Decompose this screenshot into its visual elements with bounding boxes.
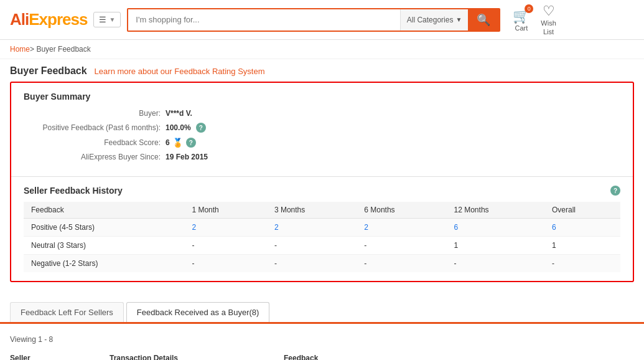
logo[interactable]: AliExpress — [10, 10, 87, 29]
feedback-row-label: Neutral (3 Stars) — [24, 237, 184, 255]
wishlist-button[interactable]: ♡ WishList — [541, 3, 556, 36]
viewing-text: Viewing 1 - 8 — [10, 335, 634, 344]
logo-text: AliExpress — [10, 10, 87, 29]
col-transaction: Transaction Details — [110, 349, 284, 360]
feedback-row-value: 2 — [184, 219, 267, 237]
feedback-table: Feedback 1 Month 3 Months 6 Months 12 Mo… — [24, 202, 620, 272]
table-header-row: Feedback 1 Month 3 Months 6 Months 12 Mo… — [24, 202, 620, 219]
chevron-down-icon: ▼ — [109, 16, 115, 23]
feedback-row-value: - — [184, 255, 267, 273]
feedback-row-value: 1 — [447, 237, 544, 255]
list-table: Seller Transaction Details Feedback — [10, 349, 634, 360]
menu-icon: ☰ — [99, 15, 106, 24]
buyer-label: Buyer: — [24, 109, 161, 118]
feedback-row-value: - — [267, 255, 357, 273]
seller-feedback-section: Seller Feedback History ? Feedback 1 Mon… — [11, 177, 633, 281]
feedback-row-value: - — [544, 255, 620, 273]
feedback-row-value: - — [357, 255, 446, 273]
wishlist-label: WishList — [541, 19, 556, 36]
breadcrumb-current: Buyer Feedback — [36, 45, 90, 54]
tabs-bar: Feedback Left For SellersFeedback Receiv… — [0, 302, 644, 324]
search-bar: All Categories ▼ 🔍 — [127, 8, 500, 32]
feedback-row-value: 6 — [447, 219, 544, 237]
category-label: All Categories — [407, 16, 454, 24]
breadcrumb-separator: > — [30, 45, 34, 54]
feedback-row-value: - — [357, 237, 446, 255]
header-icons: 🛒 0 Cart ♡ WishList — [513, 3, 556, 36]
page-title-bar: Buyer Feedback Learn more about our Feed… — [0, 59, 644, 82]
heart-icon: ♡ — [543, 3, 555, 19]
feedback-row-value: 2 — [357, 219, 446, 237]
positive-value: 100.0% — [166, 123, 191, 132]
page-title: Buyer Feedback — [10, 65, 87, 77]
since-label: AliExpress Buyer Since: — [24, 153, 161, 161]
search-icon: 🔍 — [477, 13, 490, 27]
feedback-count-link[interactable]: 2 — [364, 223, 368, 232]
table-row: Positive (4-5 Stars)22266 — [24, 219, 620, 237]
col-feedback: Feedback — [24, 202, 184, 219]
feedback-row-value: - — [267, 237, 357, 255]
positive-label: Positive Feedback (Past 6 months): — [24, 123, 161, 132]
col-overall: Overall — [544, 202, 620, 219]
feedback-row-value: - — [447, 255, 544, 273]
breadcrumb-home[interactable]: Home — [10, 45, 30, 54]
buyer-summary-section: Buyer Summary Buyer: V***d V. Positive F… — [11, 83, 633, 177]
seller-feedback-title: Seller Feedback History — [24, 186, 123, 196]
col-12months: 12 Months — [447, 202, 544, 219]
search-button[interactable]: 🔍 — [468, 9, 499, 31]
main-content: Buyer Summary Buyer: V***d V. Positive F… — [0, 82, 644, 302]
header: AliExpress ☰ ▼ All Categories ▼ 🔍 🛒 0 Ca… — [0, 0, 644, 40]
breadcrumb: Home> Buyer Feedback — [0, 40, 644, 59]
feedback-count-link[interactable]: 2 — [274, 223, 279, 232]
feedback-count-link[interactable]: 2 — [192, 223, 196, 232]
seller-feedback-header: Seller Feedback History ? — [24, 186, 620, 196]
cart-badge: 0 — [525, 4, 533, 13]
col-feedback: Feedback — [284, 349, 634, 360]
since-value: 19 Feb 2015 — [166, 153, 208, 161]
feedback-count-link[interactable]: 6 — [454, 223, 459, 232]
tab-0[interactable]: Feedback Left For Sellers — [10, 302, 124, 322]
positive-help-icon[interactable]: ? — [196, 123, 206, 133]
bottom-section: Viewing 1 - 8 Seller Transaction Details… — [0, 330, 644, 360]
feedback-row-value: 2 — [267, 219, 357, 237]
col-seller: Seller — [10, 349, 110, 360]
feedback-score-row: Feedback Score: 6 ? — [24, 138, 620, 148]
feedback-rating-link[interactable]: Learn more about our Feedback Rating Sys… — [95, 67, 265, 76]
menu-button[interactable]: ☰ ▼ — [93, 12, 121, 27]
feedback-row-label: Positive (4-5 Stars) — [24, 219, 184, 237]
summary-box: Buyer Summary Buyer: V***d V. Positive F… — [10, 82, 634, 282]
table-row: Neutral (3 Stars)---11 — [24, 237, 620, 255]
medal-icon — [172, 138, 181, 148]
buyer-row: Buyer: V***d V. — [24, 109, 620, 118]
table-row: Negative (1-2 Stars)----- — [24, 255, 620, 273]
feedback-row-label: Negative (1-2 Stars) — [24, 255, 184, 273]
feedback-count-link[interactable]: 6 — [552, 223, 556, 232]
col-1month: 1 Month — [184, 202, 267, 219]
buyer-since-row: AliExpress Buyer Since: 19 Feb 2015 — [24, 153, 620, 161]
buyer-value: V***d V. — [166, 109, 192, 118]
feedback-row-value: 1 — [544, 237, 620, 255]
score-help-icon[interactable]: ? — [186, 138, 196, 148]
feedback-row-value: 6 — [544, 219, 620, 237]
positive-feedback-row: Positive Feedback (Past 6 months): 100.0… — [24, 123, 620, 133]
feedback-row-value: - — [184, 237, 267, 255]
score-value: 6 — [166, 138, 170, 147]
col-6months: 6 Months — [357, 202, 446, 219]
tab-1[interactable]: Feedback Received as a Buyer(8) — [126, 302, 270, 322]
score-label: Feedback Score: — [24, 138, 161, 147]
cart-button[interactable]: 🛒 0 Cart — [513, 8, 530, 32]
category-dropdown[interactable]: All Categories ▼ — [400, 9, 469, 31]
col-3months: 3 Months — [267, 202, 357, 219]
search-input[interactable] — [128, 9, 399, 31]
buyer-summary-title: Buyer Summary — [24, 92, 620, 102]
seller-feedback-help-icon[interactable]: ? — [610, 186, 620, 196]
cart-label: Cart — [515, 24, 528, 32]
list-header-row: Seller Transaction Details Feedback — [10, 349, 634, 360]
chevron-down-icon: ▼ — [455, 16, 462, 23]
